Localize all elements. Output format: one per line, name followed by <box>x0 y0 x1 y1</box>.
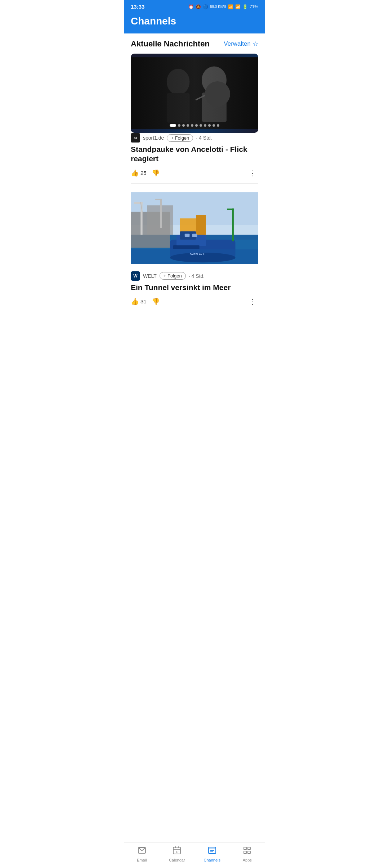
section-title: Aktuelle Nachrichten <box>131 39 210 49</box>
dot <box>200 124 202 127</box>
manage-button[interactable]: Verwalten ☆ <box>224 40 258 48</box>
svg-rect-29 <box>131 249 258 264</box>
mute-icon: 🔕 <box>196 4 201 9</box>
svg-rect-14 <box>134 202 143 204</box>
carousel-dots <box>131 124 258 130</box>
battery-icon: 🔋 <box>242 4 248 9</box>
dot <box>217 124 219 127</box>
svg-rect-6 <box>131 57 258 129</box>
section-header: Aktuelle Nachrichten Verwalten ☆ <box>131 39 258 49</box>
source-row: S1 sport1.de + Folgen · 4 Std. <box>131 133 258 143</box>
svg-rect-28 <box>227 208 234 210</box>
time-label: · 4 Std. <box>189 273 205 279</box>
svg-text:FAIRPLAY II: FAIRPLAY II <box>189 253 204 256</box>
more-options-button[interactable]: ⋮ <box>247 297 258 307</box>
follow-button[interactable]: + Folgen <box>160 272 186 280</box>
dot <box>195 124 198 127</box>
divider <box>131 183 258 184</box>
article-image: FAIRPLAY II <box>131 189 258 268</box>
dot <box>182 124 185 127</box>
article-title[interactable]: Standpauke von Ancelotti - Flick reagier… <box>131 145 258 164</box>
dot <box>191 124 193 127</box>
svg-rect-23 <box>185 234 190 237</box>
star-icon: ☆ <box>252 40 258 48</box>
svg-rect-17 <box>155 199 162 200</box>
svg-rect-27 <box>232 208 234 241</box>
dislike-reaction[interactable]: 👎 <box>152 298 160 306</box>
dot <box>204 124 206 127</box>
wifi-icon: 📶 <box>228 4 233 9</box>
bluetooth-icon: 🔵 <box>203 4 208 9</box>
article-card[interactable]: FAIRPLAY II W WELT + Folgen · 4 Std. Ein… <box>131 189 258 307</box>
battery-percent: 71% <box>250 4 258 9</box>
source-logo: W <box>131 271 140 281</box>
status-icons: ⏰ 🔕 🔵 69.0 KB/S 📶 📶 🔋 71% <box>188 4 258 9</box>
thumbs-down-icon: 👎 <box>152 298 160 306</box>
reactions-row: 👍 31 👎 ⋮ <box>131 297 258 307</box>
thumbs-up-icon: 👍 <box>131 169 139 177</box>
page-header: Channels <box>124 12 265 33</box>
article-image <box>131 54 258 133</box>
dot <box>208 124 211 127</box>
dot <box>187 124 189 127</box>
follow-button[interactable]: + Folgen <box>167 134 193 142</box>
svg-rect-19 <box>196 215 206 238</box>
more-options-button[interactable]: ⋮ <box>247 168 258 178</box>
article-card[interactable]: S1 sport1.de + Folgen · 4 Std. Standpauk… <box>131 54 258 178</box>
svg-rect-24 <box>192 234 197 237</box>
svg-rect-25 <box>173 245 200 249</box>
status-bar: 13:33 ⏰ 🔕 🔵 69.0 KB/S 📶 📶 🔋 71% <box>124 0 265 12</box>
source-row: W WELT + Folgen · 4 Std. <box>131 271 258 281</box>
status-time: 13:33 <box>131 4 144 10</box>
dislike-reaction[interactable]: 👎 <box>152 169 160 177</box>
dot-active <box>170 124 176 127</box>
dot <box>178 124 180 127</box>
reactions-row: 👍 25 👎 ⋮ <box>131 168 258 178</box>
signal-icon: 📶 <box>235 4 241 9</box>
reactions-left: 👍 25 👎 <box>131 169 160 177</box>
source-logo: S1 <box>131 133 140 143</box>
time-label: · 4 Std. <box>196 135 212 141</box>
alarm-icon: ⏰ <box>188 4 194 9</box>
main-content: Aktuelle Nachrichten Verwalten ☆ <box>124 33 265 344</box>
thumbs-up-icon: 👍 <box>131 298 139 306</box>
like-count: 31 <box>140 298 147 304</box>
source-name: sport1.de <box>143 135 164 141</box>
like-reaction[interactable]: 👍 25 <box>131 169 147 177</box>
dot <box>213 124 215 127</box>
page-title: Channels <box>131 15 258 27</box>
source-name: WELT <box>143 273 157 279</box>
article-title[interactable]: Ein Tunnel versinkt im Meer <box>131 283 258 292</box>
speed-label: 69.0 KB/S <box>210 5 226 9</box>
reactions-left: 👍 31 👎 <box>131 298 160 306</box>
thumbs-down-icon: 👎 <box>152 169 160 177</box>
svg-rect-16 <box>160 199 162 228</box>
like-count: 25 <box>140 170 147 176</box>
like-reaction[interactable]: 👍 31 <box>131 298 147 306</box>
